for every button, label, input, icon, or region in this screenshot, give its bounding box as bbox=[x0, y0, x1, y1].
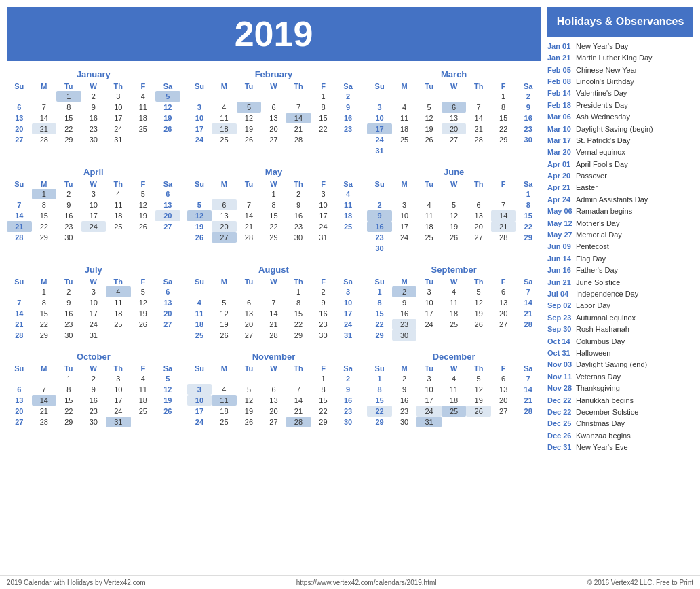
calendar-day[interactable]: 7 bbox=[286, 102, 311, 113]
calendar-day[interactable]: 26 bbox=[237, 417, 262, 428]
calendar-day[interactable]: 3 bbox=[81, 286, 106, 297]
calendar-day[interactable]: 19 bbox=[131, 308, 156, 319]
calendar-day[interactable]: 7 bbox=[32, 102, 57, 113]
calendar-day[interactable]: 10 bbox=[81, 200, 106, 210]
calendar-day[interactable] bbox=[392, 91, 417, 102]
calendar-day[interactable]: 19 bbox=[442, 221, 467, 232]
calendar-day[interactable]: 28 bbox=[491, 232, 516, 243]
calendar-day[interactable]: 30 bbox=[392, 417, 417, 428]
calendar-day[interactable]: 29 bbox=[491, 134, 516, 145]
calendar-day[interactable] bbox=[367, 91, 392, 102]
calendar-day[interactable]: 27 bbox=[155, 319, 180, 330]
calendar-day[interactable]: 13 bbox=[237, 308, 262, 319]
calendar-day[interactable]: 30 bbox=[81, 134, 106, 145]
calendar-day[interactable]: 28 bbox=[516, 319, 541, 330]
calendar-day[interactable]: 3 bbox=[187, 384, 212, 395]
calendar-day[interactable]: 19 bbox=[212, 319, 237, 330]
calendar-day[interactable]: 7 bbox=[491, 200, 516, 210]
calendar-day[interactable]: 24 bbox=[106, 406, 131, 417]
calendar-day[interactable]: 29 bbox=[261, 232, 286, 243]
calendar-day[interactable]: 20 bbox=[466, 221, 491, 232]
calendar-day[interactable]: 28 bbox=[32, 417, 57, 428]
calendar-day[interactable]: 20 bbox=[7, 406, 32, 417]
calendar-day[interactable] bbox=[237, 189, 262, 200]
calendar-day[interactable]: 5 bbox=[466, 373, 491, 384]
calendar-day[interactable] bbox=[32, 373, 57, 384]
calendar-day[interactable]: 29 bbox=[286, 330, 311, 341]
calendar-day[interactable]: 25 bbox=[106, 319, 131, 330]
calendar-day[interactable]: 13 bbox=[491, 297, 516, 308]
calendar-day[interactable]: 12 bbox=[155, 384, 180, 395]
calendar-day[interactable]: 29 bbox=[56, 417, 81, 428]
calendar-day[interactable]: 28 bbox=[516, 406, 541, 417]
calendar-day[interactable]: 5 bbox=[155, 91, 180, 102]
calendar-day[interactable]: 24 bbox=[106, 124, 131, 134]
calendar-day[interactable]: 15 bbox=[32, 308, 57, 319]
calendar-day[interactable]: 21 bbox=[516, 395, 541, 406]
calendar-day[interactable]: 31 bbox=[106, 417, 131, 428]
calendar-day[interactable] bbox=[7, 373, 32, 384]
calendar-day[interactable]: 3 bbox=[392, 200, 417, 210]
calendar-day[interactable]: 5 bbox=[187, 200, 212, 210]
calendar-day[interactable]: 15 bbox=[311, 395, 336, 406]
calendar-day[interactable]: 19 bbox=[416, 124, 442, 134]
calendar-day[interactable]: 4 bbox=[416, 200, 442, 210]
calendar-day[interactable]: 13 bbox=[466, 210, 491, 221]
calendar-day[interactable]: 26 bbox=[131, 319, 156, 330]
calendar-day[interactable]: 14 bbox=[237, 210, 262, 221]
calendar-day[interactable] bbox=[7, 189, 32, 200]
calendar-day[interactable]: 6 bbox=[155, 286, 180, 297]
calendar-day[interactable]: 26 bbox=[155, 124, 180, 134]
calendar-day[interactable]: 21 bbox=[261, 319, 286, 330]
calendar-day[interactable]: 21 bbox=[516, 308, 541, 319]
calendar-day[interactable]: 14 bbox=[516, 297, 541, 308]
calendar-day[interactable]: 12 bbox=[237, 395, 262, 406]
calendar-day[interactable] bbox=[516, 330, 541, 341]
calendar-day[interactable]: 2 bbox=[56, 286, 81, 297]
calendar-day[interactable]: 30 bbox=[311, 330, 336, 341]
calendar-day[interactable]: 1 bbox=[286, 286, 311, 297]
calendar-day[interactable]: 21 bbox=[7, 319, 32, 330]
calendar-day[interactable]: 9 bbox=[392, 297, 417, 308]
calendar-day[interactable]: 6 bbox=[261, 384, 286, 395]
calendar-day[interactable] bbox=[261, 91, 286, 102]
calendar-day[interactable]: 10 bbox=[367, 113, 392, 124]
calendar-day[interactable]: 17 bbox=[81, 308, 106, 319]
calendar-day[interactable]: 3 bbox=[311, 189, 336, 200]
calendar-day[interactable] bbox=[416, 91, 442, 102]
calendar-day[interactable]: 2 bbox=[392, 373, 417, 384]
calendar-day[interactable]: 19 bbox=[466, 308, 491, 319]
calendar-day[interactable]: 28 bbox=[237, 232, 262, 243]
calendar-day[interactable]: 11 bbox=[442, 297, 467, 308]
calendar-day[interactable]: 16 bbox=[392, 395, 417, 406]
calendar-day[interactable]: 24 bbox=[187, 134, 212, 145]
calendar-day[interactable]: 4 bbox=[131, 91, 156, 102]
calendar-day[interactable]: 20 bbox=[155, 308, 180, 319]
calendar-day[interactable]: 11 bbox=[442, 384, 467, 395]
calendar-day[interactable] bbox=[131, 417, 156, 428]
calendar-day[interactable]: 29 bbox=[32, 330, 57, 341]
calendar-day[interactable]: 2 bbox=[367, 200, 392, 210]
calendar-day[interactable] bbox=[491, 145, 516, 156]
calendar-day[interactable] bbox=[7, 91, 32, 102]
calendar-day[interactable] bbox=[416, 330, 442, 341]
calendar-day[interactable]: 16 bbox=[81, 113, 106, 124]
calendar-day[interactable]: 17 bbox=[187, 124, 212, 134]
calendar-day[interactable]: 11 bbox=[336, 200, 361, 210]
calendar-day[interactable]: 26 bbox=[237, 134, 262, 145]
calendar-day[interactable]: 25 bbox=[336, 221, 361, 232]
calendar-day[interactable] bbox=[516, 145, 541, 156]
calendar-day[interactable] bbox=[442, 91, 467, 102]
calendar-day[interactable] bbox=[336, 232, 361, 243]
calendar-day[interactable]: 22 bbox=[56, 406, 81, 417]
calendar-day[interactable]: 28 bbox=[7, 232, 32, 243]
calendar-day[interactable]: 23 bbox=[311, 319, 336, 330]
calendar-day[interactable]: 27 bbox=[491, 319, 516, 330]
calendar-day[interactable]: 1 bbox=[32, 189, 57, 200]
calendar-day[interactable]: 28 bbox=[7, 330, 32, 341]
calendar-day[interactable]: 4 bbox=[212, 384, 237, 395]
calendar-day[interactable]: 8 bbox=[32, 297, 57, 308]
calendar-day[interactable]: 7 bbox=[261, 297, 286, 308]
calendar-day[interactable]: 16 bbox=[516, 113, 541, 124]
calendar-day[interactable] bbox=[442, 145, 467, 156]
